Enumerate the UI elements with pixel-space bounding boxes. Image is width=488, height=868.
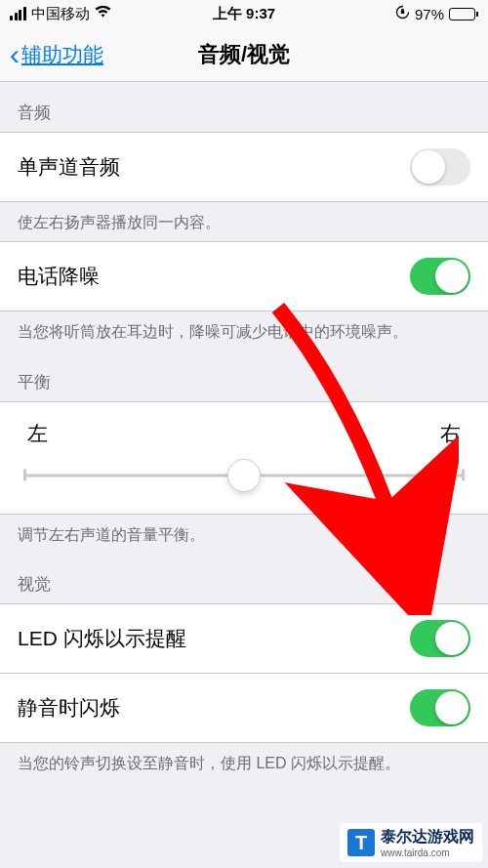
row-led-flash[interactable]: LED 闪烁以示提醒	[0, 603, 488, 674]
status-right: 97%	[395, 5, 478, 22]
chevron-left-icon: ‹	[10, 40, 20, 69]
watermark: T 泰尔达游戏网 www.tairda.com	[340, 823, 482, 862]
back-button[interactable]: ‹ 辅助功能	[10, 40, 103, 69]
switch-led-flash[interactable]	[410, 620, 470, 657]
signal-icon	[10, 7, 26, 21]
footer-mono-audio: 使左右扬声器播放同一内容。	[0, 202, 488, 241]
balance-slider[interactable]	[23, 461, 465, 490]
wifi-icon	[95, 5, 111, 22]
rotation-lock-icon	[395, 5, 410, 22]
footer-led-flash: 当您的铃声切换设至静音时，使用 LED 闪烁以示提醒。	[0, 743, 488, 782]
row-balance: 左 右	[0, 401, 488, 515]
row-mono-audio[interactable]: 单声道音频	[0, 132, 488, 202]
switch-mono-audio[interactable]	[410, 148, 470, 186]
row-silent-flash[interactable]: 静音时闪烁	[0, 674, 488, 743]
switch-silent-flash[interactable]	[410, 689, 470, 726]
watermark-name: 泰尔达游戏网	[381, 827, 474, 847]
battery-percent: 97%	[415, 6, 444, 22]
switch-noise-cancel[interactable]	[410, 258, 470, 295]
status-time: 上午 9:37	[213, 5, 275, 23]
balance-right-label: 右	[440, 420, 461, 447]
nav-bar: ‹ 辅助功能 音频/视觉	[0, 27, 488, 82]
footer-noise-cancel: 当您将听筒放在耳边时，降噪可减少电话中的环境噪声。	[0, 311, 488, 351]
status-bar: 中国移动 上午 9:37 97%	[0, 0, 488, 27]
section-header-visual: 视觉	[0, 554, 488, 603]
status-left: 中国移动	[10, 5, 111, 23]
row-label: LED 闪烁以示提醒	[18, 625, 186, 652]
battery-icon	[449, 8, 478, 21]
balance-left-label: 左	[27, 420, 48, 447]
back-label: 辅助功能	[21, 41, 103, 68]
footer-balance: 调节左右声道的音量平衡。	[0, 515, 488, 554]
watermark-icon: T	[347, 829, 375, 856]
row-noise-cancel[interactable]: 电话降噪	[0, 241, 488, 311]
page-title: 音频/视觉	[198, 40, 290, 69]
carrier-label: 中国移动	[31, 5, 90, 23]
section-header-balance: 平衡	[0, 351, 488, 401]
row-label: 电话降噪	[18, 263, 100, 290]
row-label: 静音时闪烁	[18, 694, 120, 722]
watermark-url: www.tairda.com	[381, 847, 474, 858]
section-header-audio: 音频	[0, 82, 488, 132]
slider-thumb[interactable]	[227, 459, 261, 492]
row-label: 单声道音频	[18, 153, 120, 181]
